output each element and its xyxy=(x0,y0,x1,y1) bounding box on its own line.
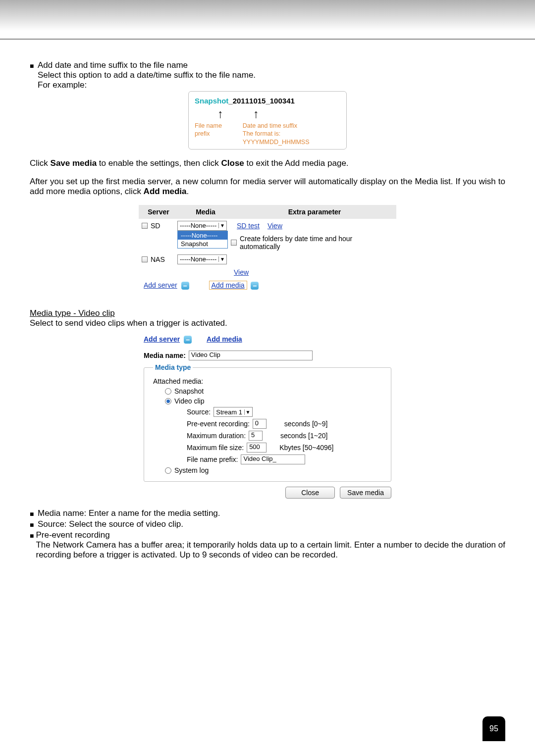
filename-example-box: Snapshot_20111015_100341 ↑ ↑ File name p… xyxy=(188,91,347,150)
header-gradient xyxy=(0,0,535,40)
radio-snapshot[interactable] xyxy=(165,388,171,395)
media-list-footer: Add server – Add media – xyxy=(142,278,393,291)
checkbox-create-folders[interactable] xyxy=(231,240,237,246)
select-nas-media[interactable]: -----None----- ▼ xyxy=(177,254,227,264)
arrow-up-icon: ↑ xyxy=(217,108,223,120)
radio-snapshot-label: Snapshot xyxy=(174,387,204,395)
example-labels: File name prefix Date and time suffix Th… xyxy=(195,122,340,146)
minus-icon[interactable]: – xyxy=(181,282,189,290)
chevron-down-icon: ▼ xyxy=(244,409,251,415)
dropdown-open: -----None----- Snapshot xyxy=(177,231,228,249)
media-name-label: Media name: xyxy=(144,352,186,359)
link-nas-view[interactable]: View xyxy=(234,268,249,276)
media-name-input[interactable]: Video Clip xyxy=(189,351,313,360)
row-sd-label: SD xyxy=(151,222,174,230)
chevron-down-icon: ▼ xyxy=(218,223,225,228)
bullet-icon: ■ xyxy=(30,62,36,70)
example-suffix: _20111015_100341 xyxy=(228,97,294,105)
p1b: Save media xyxy=(51,158,97,168)
maxdur-value: 5 xyxy=(251,431,255,439)
link-add-media[interactable]: Add media xyxy=(209,281,247,290)
label-suffix-line2: The format is: YYYYMMDD_HHMMSS xyxy=(243,130,310,145)
p1c: to enable the settings, then click xyxy=(97,158,221,168)
media-list-header: Server Media Extra parameter xyxy=(139,205,396,219)
checkbox-sd[interactable] xyxy=(142,223,148,229)
row-media-name: Media name: Video Clip xyxy=(144,351,391,360)
page-content: ■ Add date and time suffix to the file n… xyxy=(0,40,535,581)
minus-icon[interactable]: – xyxy=(251,282,259,290)
media-list-table: Server Media Extra parameter SD -----Non… xyxy=(139,205,396,294)
save-media-button[interactable]: Save media xyxy=(340,487,391,499)
link-sd-view[interactable]: View xyxy=(268,222,282,230)
p1e: to exit the Add media page. xyxy=(244,158,349,168)
close-button[interactable]: Close xyxy=(285,487,335,499)
radio-videoclip[interactable] xyxy=(165,398,171,404)
row-nas-label: NAS xyxy=(151,255,174,263)
section-subtitle: Select to send video clips when a trigge… xyxy=(30,318,505,328)
arrow-up-icon: ↑ xyxy=(253,108,259,120)
radio-videoclip-label: Video clip xyxy=(174,397,204,405)
footer-bullet-3: ■ Pre-event recording The Network Camera… xyxy=(30,530,505,560)
p1d: Close xyxy=(221,158,244,168)
preevent-value: 0 xyxy=(255,419,259,427)
source-value: Stream 1 xyxy=(216,408,242,416)
bullet-line1: Select this option to add a date/time su… xyxy=(38,70,256,80)
link-add-media-2[interactable]: Add media xyxy=(207,335,242,344)
example-prefix: Snapshot xyxy=(195,97,228,105)
select-sd-media[interactable]: -----None----- ▼ xyxy=(177,221,227,231)
fieldset-media-type: Media type Attached media: Snapshot Vide… xyxy=(144,363,391,482)
maxdur-hint: seconds [1~20] xyxy=(280,432,327,440)
bullet-icon: ■ xyxy=(30,532,34,540)
maxsize-value: 500 xyxy=(249,443,260,451)
dropdown-option-snapshot[interactable]: Snapshot xyxy=(178,240,227,248)
legend-media-type: Media type xyxy=(153,363,193,371)
footer-bullet-2: ■ Source: Select the source of video cli… xyxy=(30,519,505,529)
footer-bullet-1: ■ Media name: Enter a name for the media… xyxy=(30,508,505,518)
minus-icon[interactable]: – xyxy=(184,336,192,344)
radio-systemlog[interactable] xyxy=(165,467,171,474)
form-topbar: Add server – Add media xyxy=(144,335,391,344)
bullet-icon: ■ xyxy=(30,510,36,518)
maxsize-hint: Kbytes [50~4096] xyxy=(279,444,333,452)
section-title: Media type - Video clip xyxy=(30,308,505,318)
media-list-body: SD -----None----- ▼ -----None----- Snaps… xyxy=(139,219,396,294)
label-prefix: File name prefix xyxy=(195,122,236,146)
form-buttons: Close Save media xyxy=(144,487,391,499)
maxsize-input[interactable]: 500 xyxy=(247,443,267,453)
paragraph-save-close: Click Save media to enable the settings,… xyxy=(30,158,505,168)
media-name-value: Video Clip xyxy=(191,351,220,358)
p2a: After you set up the first media server,… xyxy=(30,177,505,196)
p2b: Add media xyxy=(144,187,187,196)
p2c: . xyxy=(187,187,189,196)
paragraph-media-list: After you set up the first media server,… xyxy=(30,177,505,197)
preevent-input[interactable]: 0 xyxy=(253,419,267,429)
link-add-server-2[interactable]: Add server xyxy=(144,335,180,343)
prefix-input[interactable]: Video Clip_ xyxy=(241,454,305,464)
row-attached-media: Attached media: xyxy=(153,377,385,385)
create-folders-label: Create folders by date time and hour aut… xyxy=(240,235,393,251)
row-radio-systemlog: System log xyxy=(165,466,385,474)
row-maxdur: Maximum duration: 5 seconds [1~20] xyxy=(187,431,385,441)
row-radio-snapshot: Snapshot xyxy=(165,387,385,395)
select-sd-value: -----None----- xyxy=(180,222,216,229)
dropdown-option-none[interactable]: -----None----- xyxy=(178,231,227,240)
footer-b1-text: Media name: Enter a name for the media s… xyxy=(38,508,220,518)
row-maxsize: Maximum file size: 500 Kbytes [50~4096] xyxy=(187,443,385,453)
footer-b2-text: Source: Select the source of video clip. xyxy=(38,519,183,529)
source-select[interactable]: Stream 1 ▼ xyxy=(214,407,253,417)
table-row-nas-view: View xyxy=(142,266,393,278)
col-media: Media xyxy=(178,208,233,216)
link-add-server[interactable]: Add server xyxy=(144,281,177,289)
preevent-label: Pre-event recording: xyxy=(187,420,250,428)
label-suffix-line1: Date and time suffix xyxy=(243,122,297,129)
checkbox-nas[interactable] xyxy=(142,256,148,262)
row-prefix: File name prefix: Video Clip_ xyxy=(187,454,385,464)
bullet-line2: For example: xyxy=(38,80,87,90)
example-filename: Snapshot_20111015_100341 xyxy=(195,97,340,105)
bullet-icon: ■ xyxy=(30,521,36,529)
link-sd-test[interactable]: SD test xyxy=(237,222,260,230)
maxdur-input[interactable]: 5 xyxy=(249,431,263,441)
footer-b3-body: The Network Camera has a buffer area; it… xyxy=(36,540,505,560)
footer-b3-title: Pre-event recording xyxy=(36,530,109,540)
prefix-value: Video Clip_ xyxy=(243,455,276,462)
